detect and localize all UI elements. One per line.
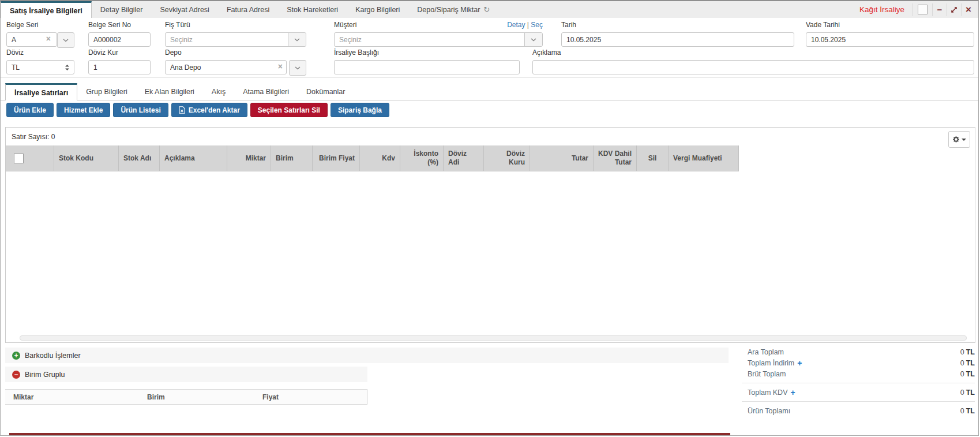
barkodlu-islemler-label: Barkodlu İşlemler	[25, 352, 81, 360]
field-belge-seri-no: Belge Seri No	[88, 21, 151, 47]
grid-header-select-all	[6, 145, 54, 171]
grid-header-doviz-kuru[interactable]: Döviz Kuru	[484, 145, 530, 171]
depo-dropdown-button[interactable]	[289, 60, 306, 76]
grid-header-vergi-muafiyeti[interactable]: Vergi Muafiyeti	[669, 145, 739, 171]
urun-listesi-button[interactable]: Ürün Listesi	[113, 103, 168, 117]
subtab-label: Atama Bilgileri	[243, 88, 289, 96]
urun-ekle-button[interactable]: Ürün Ekle	[6, 103, 54, 117]
birim-gruplu-label: Birim Gruplu	[25, 371, 65, 379]
paper-delivery-label[interactable]: Kağıt İrsaliye	[859, 5, 904, 14]
row-count-label: Satır Sayısı: 0	[12, 133, 55, 141]
grid-header-kdv[interactable]: Kdv	[360, 145, 400, 171]
currency-label: TL	[966, 370, 975, 378]
currency-label: TL	[966, 389, 975, 397]
grid-header-row: Stok Kodu Stok Adı Açıklama Miktar Birim…	[6, 145, 739, 171]
add-vat-icon[interactable]: +	[790, 389, 795, 396]
tab-satis-irsaliye-bilgileri[interactable]: Satış İrsaliye Bilgileri	[1, 1, 92, 18]
fis-turu-label: Fiş Türü	[165, 21, 306, 29]
window-controls: Kağıt İrsaliye − ×	[859, 1, 978, 18]
irsaliye-basligi-label: İrsaliye Başlığı	[334, 48, 520, 57]
total-row-toplam-indirim: Toplam İndirim+ 0TL	[742, 357, 975, 368]
stepper-icon	[60, 61, 74, 74]
close-button[interactable]: ×	[961, 3, 975, 16]
caret-down-icon	[962, 139, 966, 141]
grid-header-aciklama[interactable]: Açıklama	[160, 145, 227, 171]
grid-settings-button[interactable]	[948, 131, 970, 148]
select-all-checkbox[interactable]	[14, 154, 24, 163]
total-row-toplam-kdv: Toplam KDV+ 0TL	[742, 387, 975, 398]
subtab-label: İrsaliye Satırları	[14, 89, 68, 97]
field-depo: Depo ×	[165, 48, 306, 76]
musteri-select[interactable]: Seçiniz	[334, 32, 543, 47]
belge-seri-no-label: Belge Seri No	[88, 21, 151, 29]
bottom-footer-bar	[9, 433, 730, 436]
fis-turu-dropdown-button[interactable]	[288, 33, 306, 46]
grid-header-tutar[interactable]: Tutar	[530, 145, 594, 171]
excelden-aktar-button[interactable]: Excel'den Aktar	[171, 103, 247, 117]
brut-toplam-value: 0	[960, 370, 964, 378]
fis-turu-select[interactable]: Seçiniz	[165, 32, 306, 47]
grid-header-birim[interactable]: Birim	[271, 145, 313, 171]
belge-seri-no-input[interactable]	[88, 32, 151, 47]
chevron-down-icon	[294, 38, 300, 42]
subtab-ek-alan-bilgileri[interactable]: Ek Alan Bilgileri	[136, 83, 203, 100]
grid-header-miktar[interactable]: Miktar	[227, 145, 271, 171]
aciklama-input[interactable]	[532, 60, 974, 74]
musteri-detay-link[interactable]: Detay	[507, 21, 525, 29]
grid-header-doviz-adi[interactable]: Döviz Adi	[444, 145, 484, 171]
subtab-atama-bilgileri[interactable]: Atama Bilgileri	[234, 83, 298, 100]
lines-grid: Satır Sayısı: 0 Stok Kodu Stok Adı Açıkl…	[5, 127, 975, 343]
grid-header-sil[interactable]: Sil	[637, 145, 669, 171]
doviz-select[interactable]: TL	[6, 60, 74, 74]
add-discount-icon[interactable]: +	[797, 360, 802, 367]
tab-kargo-bilgileri[interactable]: Kargo Bilgileri	[347, 1, 408, 18]
grid-header-kdv-dahil-tutar[interactable]: KDV Dahil Tutar	[594, 145, 637, 171]
expand-plus-icon: +	[12, 352, 20, 360]
vade-tarihi-input[interactable]	[806, 32, 974, 47]
tarih-input[interactable]	[561, 32, 794, 47]
minimize-button[interactable]: −	[932, 3, 947, 16]
totals-divider	[742, 401, 975, 402]
paper-delivery-checkbox[interactable]	[918, 5, 928, 14]
barkodlu-islemler-section[interactable]: + Barkodlu İşlemler	[5, 348, 729, 363]
grid-header-birim-fiyat[interactable]: Birim Fiyat	[313, 145, 360, 171]
grid-header-stok-kodu[interactable]: Stok Kodu	[54, 145, 119, 171]
birim-gruplu-section[interactable]: − Birim Gruplu	[5, 367, 367, 382]
tab-stok-hareketleri[interactable]: Stok Hareketleri	[278, 1, 347, 18]
chevron-down-icon	[295, 66, 301, 70]
depo-label: Depo	[165, 48, 306, 57]
depo-input[interactable]	[165, 60, 287, 74]
toplam-indirim-label: Toplam İndirim	[748, 359, 794, 367]
subtab-akis[interactable]: Akış	[203, 83, 234, 100]
grid-header-stok-adi[interactable]: Stok Adı	[119, 145, 160, 171]
refresh-icon: ↻	[483, 5, 490, 14]
tab-detay-bilgiler[interactable]: Detay Bilgiler	[92, 1, 152, 18]
doviz-kur-input[interactable]	[88, 60, 151, 74]
subtab-irsaliye-satirlari[interactable]: İrsaliye Satırları	[5, 83, 77, 100]
tab-label: Satış İrsaliye Bilgileri	[10, 7, 82, 15]
siparis-bagla-button[interactable]: Sipariş Bağla	[331, 103, 389, 117]
subtab-dokumanlar[interactable]: Dokümanlar	[298, 83, 354, 100]
aciklama-label: Açıklama	[532, 48, 974, 57]
field-belge-seri: Belge Seri ×	[6, 21, 74, 48]
doviz-label: Döviz	[6, 48, 74, 57]
secilen-satirlari-sil-button[interactable]: Seçilen Satırları Sil	[250, 103, 328, 117]
link-separator: |	[527, 21, 529, 29]
belge-seri-label: Belge Seri	[6, 21, 74, 29]
subtab-grup-bilgileri[interactable]: Grup Bilgileri	[77, 83, 136, 100]
horizontal-scrollbar[interactable]	[20, 335, 967, 341]
clear-icon[interactable]: ×	[46, 35, 51, 43]
field-musteri: Müşteri Detay | Seç Seçiniz	[334, 21, 543, 47]
musteri-sec-link[interactable]: Seç	[531, 21, 543, 29]
tab-depo-siparis-miktar[interactable]: Depo/Sipariş Miktar ↻	[408, 1, 498, 18]
grid-header-iskonto[interactable]: İskonto (%)	[400, 145, 444, 171]
tab-fatura-adresi[interactable]: Fatura Adresi	[218, 1, 278, 18]
hizmet-ekle-button[interactable]: Hizmet Ekle	[57, 103, 110, 117]
musteri-dropdown-button[interactable]	[524, 33, 542, 46]
maximize-button[interactable]	[947, 3, 961, 16]
clear-icon[interactable]: ×	[278, 62, 283, 70]
tab-sevkiyat-adresi[interactable]: Sevkiyat Adresi	[151, 1, 217, 18]
field-aciklama: Açıklama	[532, 48, 974, 74]
fis-turu-placeholder: Seçiniz	[166, 36, 288, 44]
irsaliye-basligi-input[interactable]	[334, 60, 520, 74]
